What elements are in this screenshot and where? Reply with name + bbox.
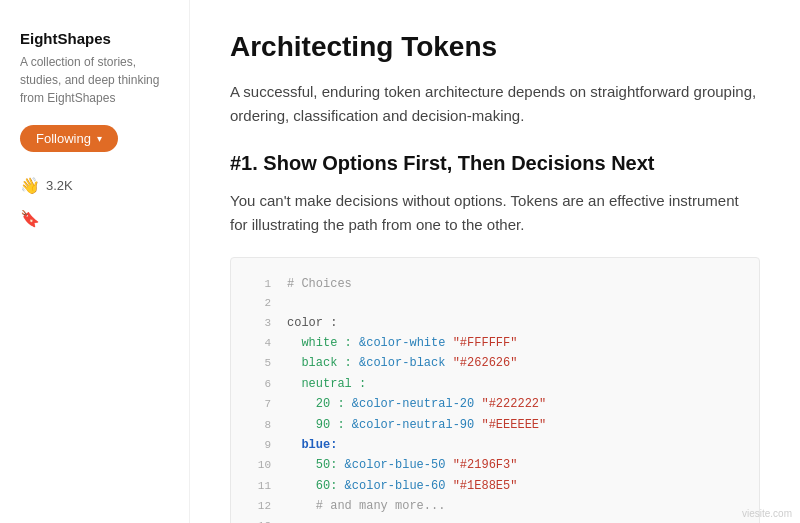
sidebar-description: A collection of stories, studies, and de… — [20, 53, 169, 107]
line-content: 20 : &color-neutral-20 "#222222" — [287, 394, 546, 414]
line-content: 50: &color-blue-50 "#2196F3" — [287, 455, 517, 475]
line-content: # Choices — [287, 274, 352, 294]
line-content: white : &color-white "#FFFFFF" — [287, 333, 517, 353]
main-content: Architecting Tokens A successful, enduri… — [190, 0, 800, 523]
code-line: 13 — [231, 517, 759, 523]
watermark: viesite.com — [742, 508, 792, 519]
line-content: 60: &color-blue-60 "#1E88E5" — [287, 476, 517, 496]
article-title: Architecting Tokens — [230, 30, 760, 64]
code-line: 12 # and many more... — [231, 496, 759, 516]
line-number: 10 — [247, 456, 271, 475]
line-number: 1 — [247, 275, 271, 294]
code-line: 4 white : &color-white "#FFFFFF" — [231, 333, 759, 353]
follow-label: Following — [36, 131, 91, 146]
code-line: 3color : — [231, 313, 759, 333]
follow-button[interactable]: Following ▾ — [20, 125, 118, 152]
line-number: 8 — [247, 416, 271, 435]
line-content: # and many more... — [287, 496, 445, 516]
code-block: 1# Choices23color :4 white : &color-whit… — [230, 257, 760, 523]
code-line: 8 90 : &color-neutral-90 "#EEEEEE" — [231, 415, 759, 435]
code-line: 5 black : &color-black "#262626" — [231, 353, 759, 373]
line-number: 11 — [247, 477, 271, 496]
article-subtitle: A successful, enduring token architectur… — [230, 80, 760, 128]
sidebar: EightShapes A collection of stories, stu… — [0, 0, 190, 523]
code-line: 10 50: &color-blue-50 "#2196F3" — [231, 455, 759, 475]
bookmark-icon: 🔖 — [20, 209, 169, 228]
line-content: neutral : — [287, 374, 366, 394]
line-number: 7 — [247, 395, 271, 414]
line-number: 4 — [247, 334, 271, 353]
line-number: 9 — [247, 436, 271, 455]
code-line: 1# Choices — [231, 274, 759, 294]
line-content: black : &color-black "#262626" — [287, 353, 517, 373]
section1-heading: #1. Show Options First, Then Decisions N… — [230, 152, 760, 175]
code-line: 9 blue: — [231, 435, 759, 455]
code-line: 2 — [231, 294, 759, 313]
stats-row: 👋 3.2K — [20, 176, 169, 195]
line-number: 12 — [247, 497, 271, 516]
chevron-down-icon: ▾ — [97, 133, 102, 144]
line-number: 5 — [247, 354, 271, 373]
line-number: 3 — [247, 314, 271, 333]
line-number: 2 — [247, 294, 271, 313]
line-number: 13 — [247, 517, 271, 523]
line-content: 90 : &color-neutral-90 "#EEEEEE" — [287, 415, 546, 435]
line-content: color : — [287, 313, 337, 333]
stats-count: 3.2K — [46, 178, 73, 193]
line-content: blue: — [287, 435, 337, 455]
code-line: 6 neutral : — [231, 374, 759, 394]
line-number: 6 — [247, 375, 271, 394]
code-line: 11 60: &color-blue-60 "#1E88E5" — [231, 476, 759, 496]
section1-text: You can't make decisions without options… — [230, 189, 760, 237]
wave-icon: 👋 — [20, 176, 40, 195]
sidebar-brand: EightShapes — [20, 30, 169, 47]
code-line: 7 20 : &color-neutral-20 "#222222" — [231, 394, 759, 414]
